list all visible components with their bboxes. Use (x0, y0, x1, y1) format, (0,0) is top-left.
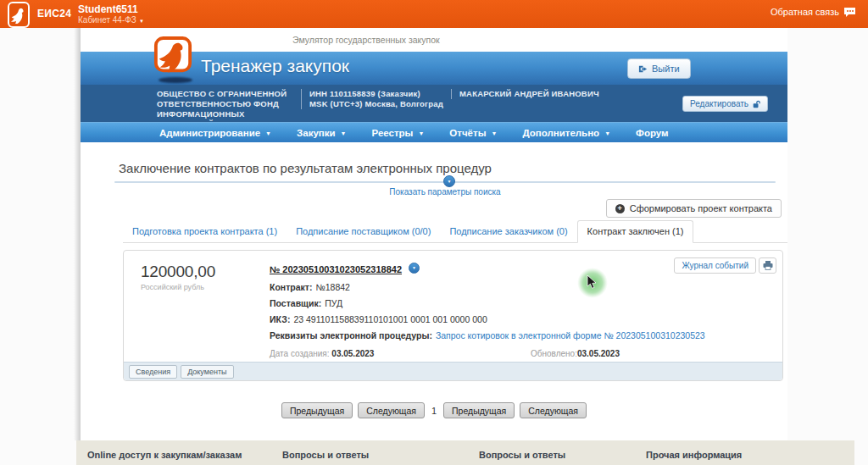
next-page-button-2[interactable]: Следующая (520, 402, 587, 418)
brand-label: ЕИС24 (37, 8, 71, 19)
contract-currency: Российский рубль (141, 283, 204, 291)
supplier-value: ПУД (325, 298, 342, 308)
organization-inn: ИНН 1101158839 (Заказчик) (309, 89, 447, 99)
pagination: Предыдущая Следующая 1 Предыдущая Следую… (81, 402, 787, 418)
updated-date: Обновлено:03.05.2023 (531, 349, 620, 358)
chevron-down-icon: ▼ (139, 19, 144, 24)
organization-bar: ОБЩЕСТВО С ОГРАНИЧЕННОЙ ОТВЕТСТВЕННОСТЬЮ… (81, 85, 787, 122)
card-tab-documents[interactable]: Документы (181, 365, 233, 379)
feedback-label: Обратная связь (771, 7, 839, 17)
status-tabs: Подготовка проекта контракта (1) Подписа… (123, 220, 787, 243)
tab-contract-concluded[interactable]: Контракт заключен (1) (577, 220, 694, 243)
updated-label: Обновлено: (531, 349, 577, 358)
cabinet-dropdown[interactable]: Кабинет 44-ФЗ▼ (78, 15, 144, 25)
procedure-link[interactable]: Запрос котировок в электронной форме № 2… (436, 330, 705, 340)
app-title: Тренажер закупок (201, 56, 349, 76)
page-title: Заключение контрактов по результатам эле… (119, 161, 492, 175)
tab-supplier-signing[interactable]: Подписание поставщиком (0/0) (287, 221, 440, 242)
unlock-icon (752, 100, 760, 108)
search-params-label[interactable]: Показать параметры поиска (114, 187, 776, 197)
footer-col-questions-1[interactable]: Вопросы и ответы (282, 450, 369, 460)
menu-administration[interactable]: Администрирование▼ (159, 128, 271, 138)
created-label: Дата создания: (270, 349, 330, 358)
menu-reports[interactable]: Отчёты▼ (449, 128, 497, 138)
footer-col-other-info[interactable]: Прочая информация (646, 450, 742, 460)
contract-card: Журнал событий 120000,00 Российский рубл… (123, 250, 783, 381)
menu-registries[interactable]: Реестры▼ (372, 128, 425, 138)
content-left-shadow (74, 28, 81, 440)
chevron-down-icon: ▼ (265, 130, 271, 136)
plus-icon: + (615, 204, 625, 213)
edit-label: Редактировать (690, 99, 748, 108)
prev-page-button-2[interactable]: Предыдущая (443, 402, 515, 418)
updated-value: 03.05.2023 (577, 349, 620, 358)
content-area: Заключение контрактов по результатам эле… (81, 142, 787, 440)
feedback-link[interactable]: Обратная связь (771, 7, 856, 17)
created-value: 03.05.2023 (331, 349, 374, 358)
card-footer-tabs: Сведения Документы (124, 362, 782, 380)
edit-button[interactable]: Редактировать (682, 96, 768, 112)
ikz-value: 23 491101158839110101001 0001 001 0000 0… (293, 314, 487, 324)
eis-logo-icon[interactable] (8, 2, 30, 28)
create-contract-label: Сформировать проект контракта (630, 203, 772, 213)
bird-icon (11, 7, 26, 24)
printer-icon (763, 261, 773, 270)
screen: ЕИС24 Student6511 Кабинет 44-ФЗ▼ Обратна… (0, 0, 868, 465)
contract-number-toggle[interactable]: ▼ (409, 263, 420, 274)
supplier-label: Поставщик: (270, 298, 321, 308)
print-button[interactable] (759, 257, 776, 274)
chevron-down-icon: ▼ (491, 130, 497, 136)
menu-purchases[interactable]: Закупки▼ (297, 128, 346, 138)
contract-value: №18842 (315, 282, 349, 292)
chat-bubble-icon (843, 7, 856, 17)
chevron-down-icon: ▼ (604, 130, 610, 136)
footer-col-questions-2[interactable]: Вопросы и ответы (479, 450, 565, 460)
exit-icon (638, 64, 648, 74)
contract-label: Контракт: (270, 282, 312, 292)
logo-shadow (159, 77, 192, 83)
organization-location: MSK (UTC+3) Москва, Волгоград (309, 99, 447, 109)
main-menu: Администрирование▼ Закупки▼ Реестры▼ Отч… (81, 122, 787, 142)
search-params-toggle[interactable]: ▼ (443, 175, 455, 187)
requisites-label: Реквизиты электронной процедуры: (270, 330, 432, 340)
tab-customer-signing[interactable]: Подписание заказчиком (0) (440, 221, 576, 242)
contract-details: № 20230510031023052318842 ▼ Контракт: №1… (270, 264, 761, 358)
tab-contract-draft[interactable]: Подготовка проекта контракта (1) (123, 221, 287, 242)
card-tab-info[interactable]: Сведения (129, 365, 177, 379)
footer-col-online-access[interactable]: Online доступ к закупкам/заказам (87, 450, 242, 460)
top-bar: ЕИС24 Student6511 Кабинет 44-ФЗ▼ Обратна… (0, 0, 868, 28)
contract-price: 120000,00 (141, 263, 215, 281)
current-page: 1 (430, 406, 438, 416)
organization-details: ИНН 1101158839 (Заказчик) MSK (UTC+3) Мо… (301, 89, 447, 109)
contract-dates: Дата создания: 03.05.2023 Обновлено:03.0… (270, 349, 761, 358)
ikz-label: ИКЗ: (270, 314, 290, 324)
next-page-button[interactable]: Следующая (358, 402, 425, 418)
page-container: Эмулятор государственных закупок Тренаже… (81, 28, 787, 440)
user-fullname: МАКАРСКИЙ АНДРЕЙ ИВАНОВИЧ (451, 89, 671, 99)
logout-button[interactable]: Выйти (627, 58, 691, 79)
cursor-highlight (577, 268, 608, 298)
trainer-logo-icon[interactable] (153, 36, 192, 78)
mouse-pointer-icon (587, 275, 598, 290)
chevron-down-icon: ▼ (341, 130, 347, 136)
username-label: Student6511 (78, 3, 138, 15)
chevron-down-icon: ▼ (448, 179, 452, 184)
emulator-subtitle: Эмулятор государственных закупок (292, 35, 440, 45)
chevron-down-icon: ▼ (412, 265, 416, 270)
menu-additional[interactable]: Дополнительно▼ (522, 128, 610, 138)
page-footer: Online доступ к закупкам/заказам Вопросы… (76, 440, 854, 465)
prev-page-button[interactable]: Предыдущая (281, 402, 353, 418)
logout-label: Выйти (652, 64, 680, 74)
chevron-down-icon: ▼ (418, 130, 424, 136)
menu-forum[interactable]: Форум (636, 128, 668, 138)
contract-number-link[interactable]: № 20230510031023052318842 (270, 264, 402, 274)
create-contract-button[interactable]: + Сформировать проект контракта (606, 199, 782, 218)
